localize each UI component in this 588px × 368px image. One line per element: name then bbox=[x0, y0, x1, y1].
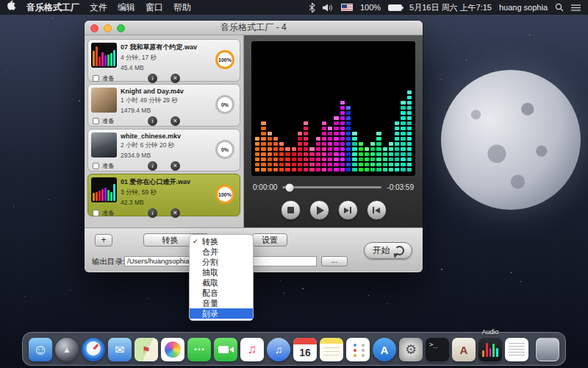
remove-file-button[interactable]: × bbox=[171, 208, 180, 218]
previous-button[interactable] bbox=[367, 200, 387, 220]
dock-item bbox=[346, 338, 370, 361]
file-duration: 1 小时 49 分钟 29 秒 bbox=[121, 96, 216, 105]
dock-item bbox=[29, 338, 52, 361]
ready-checkbox[interactable] bbox=[93, 210, 99, 216]
dock-icon-trash[interactable] bbox=[536, 338, 559, 361]
menubar-user[interactable]: huang sophia bbox=[499, 0, 548, 15]
remove-file-button[interactable]: × bbox=[171, 74, 180, 83]
add-file-button[interactable]: + bbox=[95, 234, 112, 247]
popup-menu-item[interactable]: ✓ 配音 bbox=[190, 288, 253, 298]
popup-menu-item[interactable]: ✓ 刻录 bbox=[190, 308, 253, 319]
battery-percent[interactable]: 100% bbox=[360, 0, 381, 15]
dock-icon-audio-app[interactable] bbox=[478, 338, 502, 361]
start-button[interactable]: 开始 bbox=[364, 242, 412, 259]
file-card[interactable]: Knight and Day.m4v 1 小时 49 分钟 29 秒 1479.… bbox=[87, 84, 240, 127]
dock-icon-dictionary[interactable]: A bbox=[452, 338, 476, 361]
ready-checkbox[interactable] bbox=[93, 118, 99, 124]
dock-icon-itunes[interactable] bbox=[267, 338, 290, 361]
dock-icon-textedit[interactable] bbox=[505, 338, 528, 361]
dock-icon-safari[interactable] bbox=[82, 338, 105, 361]
dock-icon-facetime[interactable] bbox=[214, 338, 237, 361]
dock-item bbox=[399, 338, 423, 361]
file-size: 1479.4 MB bbox=[121, 107, 216, 114]
minimize-window-button[interactable] bbox=[104, 24, 112, 32]
settings-button[interactable]: 设置 bbox=[252, 233, 287, 247]
bluetooth-icon[interactable] bbox=[309, 3, 315, 13]
close-window-button[interactable] bbox=[90, 24, 98, 32]
moon-wallpaper bbox=[441, 70, 581, 210]
menu-bar-item[interactable]: 文件 bbox=[90, 0, 107, 15]
apple-logo-icon bbox=[7, 0, 16, 10]
menu-bar-item[interactable]: 编辑 bbox=[118, 0, 135, 15]
dock-icon-notes[interactable] bbox=[320, 338, 343, 361]
dock-icon-music[interactable] bbox=[240, 338, 264, 361]
spotlight-search-icon[interactable] bbox=[555, 3, 564, 12]
dock-icon-calendar[interactable]: 16 bbox=[293, 338, 317, 361]
notification-center-icon[interactable] bbox=[571, 4, 581, 12]
seek-knob[interactable] bbox=[285, 183, 293, 191]
popup-menu-item[interactable]: ✓ 音量 bbox=[190, 298, 253, 308]
play-button[interactable] bbox=[309, 200, 329, 220]
info-button[interactable]: i bbox=[148, 116, 157, 126]
window-titlebar[interactable]: 音乐格式工厂 - 4 bbox=[85, 21, 423, 35]
remove-file-button[interactable]: × bbox=[171, 161, 180, 171]
menu-bar-item[interactable]: 帮助 bbox=[173, 0, 191, 15]
input-language-flag-icon[interactable] bbox=[341, 4, 353, 11]
popup-menu-item[interactable]: ✓ 合并 bbox=[190, 247, 253, 257]
popup-menu-item-label: 抽取 bbox=[202, 268, 218, 277]
file-card[interactable]: white_chinese.mkv 2 小时 6 分钟 20 秒 2934.9 … bbox=[87, 129, 240, 171]
play-icon bbox=[317, 206, 324, 215]
menubar-app-name[interactable]: 音乐格式工厂 bbox=[26, 0, 79, 15]
dock-icon-photos[interactable] bbox=[161, 338, 184, 361]
dock-item bbox=[505, 338, 528, 361]
dock-item: A bbox=[373, 338, 396, 361]
dock-icon-terminal[interactable]: >_ bbox=[426, 338, 449, 361]
file-thumbnail bbox=[91, 43, 117, 68]
volume-icon[interactable] bbox=[323, 4, 334, 12]
next-button[interactable] bbox=[338, 200, 358, 220]
dock-icon-app-store[interactable]: A bbox=[373, 338, 396, 361]
file-thumbnail bbox=[91, 88, 117, 113]
stop-button[interactable] bbox=[281, 200, 301, 220]
remove-file-button[interactable]: × bbox=[171, 116, 180, 126]
popup-menu-item-label: 分割 bbox=[202, 258, 218, 266]
file-thumbnail bbox=[91, 177, 117, 202]
seek-slider[interactable] bbox=[282, 186, 381, 188]
popup-menu-item[interactable]: ✓ 转换 bbox=[190, 236, 253, 247]
dock-icon-messages[interactable]: … bbox=[187, 338, 211, 361]
popup-menu-item-label: 配音 bbox=[202, 289, 218, 297]
dock-icon-reminders[interactable] bbox=[346, 338, 370, 361]
popup-menu-item[interactable]: ✓ 抽取 bbox=[190, 267, 253, 277]
dock-item: … bbox=[187, 338, 211, 361]
app-window: 音乐格式工厂 - 4 07 我和草原有个约定.wav 4 分钟, 17 秒 45… bbox=[85, 21, 423, 272]
dock-icon-maps[interactable] bbox=[135, 338, 158, 361]
popup-menu-item[interactable]: ✓ 分割 bbox=[190, 257, 253, 267]
dock-icon-system-preferences[interactable] bbox=[399, 338, 423, 361]
dock-icon-launchpad[interactable] bbox=[55, 338, 79, 361]
zoom-window-button[interactable] bbox=[117, 24, 125, 32]
file-card[interactable]: 01 爱你在心口难开.wav 3 分钟, 59 秒 42.3 MB 100% 准… bbox=[87, 174, 240, 216]
menu-bar-item[interactable]: 窗口 bbox=[146, 0, 163, 15]
popup-menu-item-label: 截取 bbox=[202, 278, 218, 287]
apple-menu[interactable] bbox=[7, 0, 16, 15]
progress-badge: 100% bbox=[215, 50, 234, 69]
skip-back-icon bbox=[373, 207, 380, 213]
dock-icon-finder[interactable] bbox=[29, 338, 52, 361]
ready-checkbox[interactable] bbox=[93, 75, 99, 82]
ready-label: 准备 bbox=[102, 162, 114, 170]
menubar-clock[interactable]: 5月16日 周六 上午7:15 bbox=[409, 0, 492, 15]
mode-popup-menu: ✓ 转换 ✓ 合并 ✓ 分割 ✓ 抽取 ✓ 截取 ✓ 配音 ✓ 音量 bbox=[189, 234, 254, 321]
info-button[interactable]: i bbox=[148, 208, 157, 218]
file-list: 07 我和草原有个约定.wav 4 分钟, 17 秒 45.4 MB 100% … bbox=[85, 35, 243, 227]
popup-menu-item-label: 合并 bbox=[202, 247, 218, 256]
popup-menu-item[interactable]: ✓ 截取 bbox=[190, 277, 253, 288]
file-card[interactable]: 07 我和草原有个约定.wav 4 分钟, 17 秒 45.4 MB 100% … bbox=[87, 39, 240, 82]
stop-icon bbox=[287, 207, 294, 213]
dock-icon-mail[interactable] bbox=[108, 338, 132, 361]
info-button[interactable]: i bbox=[148, 161, 157, 171]
info-button[interactable]: i bbox=[148, 74, 157, 83]
ready-label: 准备 bbox=[102, 74, 114, 82]
browse-button[interactable]: ... bbox=[321, 256, 348, 266]
ready-checkbox[interactable] bbox=[93, 163, 99, 169]
dock-item bbox=[240, 338, 264, 361]
